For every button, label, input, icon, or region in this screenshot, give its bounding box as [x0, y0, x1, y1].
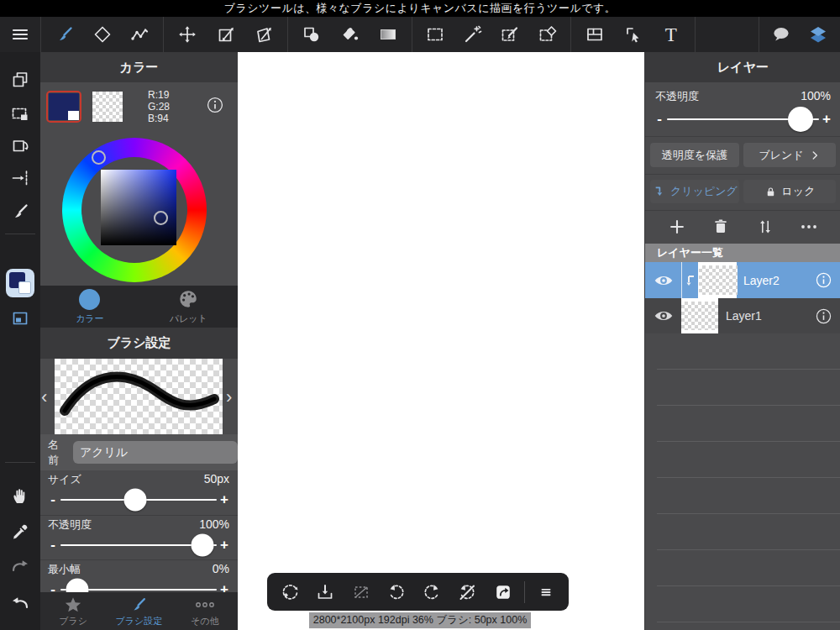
float-menu-button[interactable]: [532, 578, 560, 606]
select-object-tool-button[interactable]: [619, 20, 648, 49]
divider: [645, 174, 840, 175]
canvas[interactable]: 2800*2100px 192dpi 36% ブラシ: 50px 100%: [238, 52, 644, 630]
size-slider-track[interactable]: [60, 499, 217, 501]
eyedropper-tool-button[interactable]: [6, 517, 34, 546]
brush-name-input[interactable]: [73, 441, 238, 464]
clipping-icon: [652, 185, 665, 198]
brush-preview-area: ‹ ›: [40, 359, 238, 434]
gradient-tool-button[interactable]: [374, 20, 402, 49]
saturation-value-square[interactable]: [101, 170, 176, 245]
color-info-button[interactable]: [206, 96, 224, 114]
shapes-tool-button[interactable]: [297, 20, 326, 49]
magic-wand-tool-button[interactable]: [459, 20, 487, 49]
toolbar-group-spacer: [695, 17, 759, 52]
polyline-pen-icon: [129, 24, 150, 45]
delete-layer-button[interactable]: [706, 213, 735, 241]
brush-opacity-plus-button[interactable]: +: [217, 537, 232, 554]
layer1-visibility-toggle[interactable]: [645, 298, 681, 333]
lock-button[interactable]: ロック: [743, 180, 836, 203]
reset-rotation-button[interactable]: [453, 578, 481, 606]
material-panel-button[interactable]: [6, 304, 34, 333]
text-tool-button[interactable]: T: [657, 20, 685, 49]
minwidth-slider-track[interactable]: [60, 589, 217, 591]
layer-row-layer2[interactable]: Layer2: [645, 262, 840, 298]
select-rect-tool-button[interactable]: [421, 20, 449, 49]
move-tool-button[interactable]: [173, 20, 202, 49]
polyline-tool-button[interactable]: [125, 20, 154, 49]
brush-tool-button[interactable]: [50, 20, 79, 49]
select-pen-tool-button[interactable]: [496, 20, 524, 49]
layer-opacity-slider-track[interactable]: [667, 118, 819, 120]
size-minus-button[interactable]: -: [45, 491, 60, 508]
tab-brush-settings[interactable]: ブラシ設定: [106, 592, 171, 630]
fill-bucket-tool-button[interactable]: [336, 20, 365, 49]
tab-other[interactable]: その他: [172, 592, 238, 630]
layer1-info-button[interactable]: [815, 307, 832, 325]
layer-row-layer1[interactable]: Layer1: [645, 298, 840, 333]
size-slider-knob[interactable]: [124, 489, 147, 512]
hand-tool-button[interactable]: [6, 481, 34, 510]
layer2-visibility-toggle[interactable]: [645, 262, 682, 298]
brush-settings-tab-icon: [129, 596, 148, 614]
divide-panel-tool-button[interactable]: [580, 20, 609, 49]
transform-tool-button[interactable]: [212, 20, 240, 49]
toggle-brush-eraser-button[interactable]: [276, 578, 304, 606]
sidebar-brush-button[interactable]: [6, 197, 34, 226]
protect-alpha-button[interactable]: 透明度を保護: [650, 143, 739, 167]
next-brush-button[interactable]: ›: [226, 386, 232, 408]
deselect-button[interactable]: [347, 578, 375, 606]
add-layer-button[interactable]: [663, 213, 691, 241]
brush-opacity-slider-knob[interactable]: [192, 534, 214, 557]
layer-opacity-slider-knob[interactable]: [788, 107, 813, 132]
brush-opacity-minus-button[interactable]: -: [45, 537, 60, 554]
current-colors-swatch[interactable]: [4, 267, 36, 299]
layers-panel-button[interactable]: [804, 20, 832, 49]
snap-icon: [10, 168, 30, 188]
foreground-color-swatch[interactable]: [46, 91, 81, 123]
sv-selector[interactable]: [154, 211, 168, 225]
left-sidebar: [0, 52, 41, 630]
size-plus-button[interactable]: +: [217, 491, 232, 508]
rotate-canvas-button[interactable]: [6, 132, 34, 160]
layer-opacity-minus-button[interactable]: -: [652, 111, 667, 128]
layers-icon: [808, 24, 828, 45]
layer-list-header: レイヤー一覧: [645, 244, 840, 262]
snap-tool-button[interactable]: [6, 164, 34, 192]
reorder-layer-button[interactable]: [751, 213, 780, 241]
hue-selector[interactable]: [92, 150, 106, 165]
canvas-status-text: 2800*2100px 192dpi 36% ブラシ: 50px 100%: [313, 613, 528, 627]
brush-icon: [55, 24, 75, 45]
tab-brush-list-label: ブラシ: [59, 615, 87, 627]
tab-color[interactable]: カラー: [40, 286, 139, 328]
empty-layer-slot: [645, 550, 840, 586]
layer-opacity-label: 不透明度: [655, 89, 699, 104]
duplicate-button[interactable]: [6, 66, 34, 94]
redo-button[interactable]: [6, 552, 34, 580]
blend-button[interactable]: ブレンド: [743, 143, 836, 167]
comment-button[interactable]: [767, 20, 795, 49]
clipping-button[interactable]: クリッピング: [650, 180, 739, 203]
layer-opacity-plus-button[interactable]: +: [819, 111, 834, 128]
eraser-tool-button[interactable]: [88, 20, 117, 49]
share-button[interactable]: [489, 578, 517, 606]
undo-button[interactable]: [6, 589, 34, 617]
prev-brush-button[interactable]: ‹: [41, 386, 47, 408]
empty-layer-slot: [645, 406, 840, 442]
select-paste-button[interactable]: [6, 100, 34, 129]
canvas-redo-button[interactable]: [417, 578, 446, 606]
canvas-undo-button[interactable]: [382, 578, 411, 606]
layer-more-button[interactable]: [795, 213, 823, 241]
brush-opacity-slider-track[interactable]: [60, 544, 217, 546]
select-eraser-tool-button[interactable]: [533, 20, 562, 49]
transparent-color-swatch[interactable]: [92, 92, 123, 122]
layer2-info-button[interactable]: [815, 271, 832, 289]
main-menu-button[interactable]: [6, 20, 34, 49]
reset-rotation-icon: [457, 582, 477, 602]
mesh-transform-tool-button[interactable]: [249, 20, 278, 49]
tab-palette[interactable]: パレット: [139, 286, 239, 328]
color-panel-title: カラー: [120, 60, 159, 76]
ellipsis-icon: [799, 218, 819, 236]
size-label-row: サイズ 50px: [48, 472, 229, 487]
save-button[interactable]: [311, 578, 339, 606]
tab-brush-list[interactable]: ブラシ: [40, 592, 106, 630]
